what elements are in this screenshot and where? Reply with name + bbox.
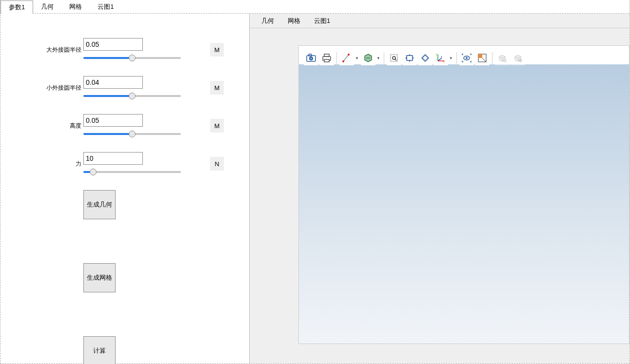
svg-point-2 [310,57,312,59]
tab-contour1[interactable]: 云图1 [90,0,121,13]
param-row-force: 力 N [44,152,230,175]
svg-line-20 [438,58,442,61]
svg-text:y: y [436,53,437,56]
viewer-area: ▼ ▼ [298,45,630,344]
svg-point-28 [503,59,506,62]
inner-radius-input[interactable] [83,76,143,89]
compute-button[interactable]: 计算 [83,336,116,364]
force-slider[interactable] [83,168,181,175]
svg-rect-15 [407,56,413,60]
param-label: 高度 [44,122,83,130]
svg-point-25 [466,57,468,59]
inner-radius-slider[interactable] [83,92,181,99]
chevron-down-icon[interactable]: ▼ [448,56,454,60]
svg-line-7 [343,55,349,61]
viewer-tab-mesh[interactable]: 网格 [281,15,307,27]
cube-light-icon[interactable] [495,51,510,65]
print-icon[interactable] [319,51,334,65]
viewer-tab-contour1[interactable]: 云图1 [307,15,337,27]
chevron-down-icon[interactable]: ▼ [375,56,381,60]
svg-point-8 [342,60,344,62]
param-row-height: 高度 M [44,114,230,137]
svg-text:z: z [441,55,442,58]
tab-params1[interactable]: 参数1 [0,0,33,14]
unit-label: M [210,43,224,57]
viewer-tab-geometry[interactable]: 几何 [255,15,281,27]
force-input[interactable] [83,152,143,165]
param-row-inner-radius: 小外接圆半径 M [44,76,230,99]
generate-mesh-button[interactable]: 生成网格 [83,263,116,292]
line-tool-icon[interactable] [339,51,354,65]
param-label: 小外接圆半径 [44,84,83,92]
zoom-select-icon[interactable] [387,51,401,65]
svg-text:x: x [443,60,445,63]
top-tab-bar: 参数1 几何 网格 云图1 [0,0,630,14]
outer-radius-input[interactable] [83,38,143,51]
viewer-canvas[interactable] [299,64,629,344]
wireframe-toggle-icon[interactable] [475,51,490,65]
viewer-panel: 几何 网格 云图1 ▼ [249,14,630,364]
hexagon-icon[interactable] [361,51,375,65]
param-label: 大外接圆半径 [44,46,83,54]
svg-rect-3 [309,54,312,56]
tab-geometry[interactable]: 几何 [33,0,61,13]
axis-xyz-icon[interactable]: yxz [433,51,448,65]
unit-label: N [210,157,224,171]
viewer-tab-bar: 几何 网格 云图1 [250,14,630,28]
svg-rect-5 [324,54,329,57]
unit-label: M [210,81,224,95]
parameter-panel: 大外接圆半径 M 小外接圆半径 [0,14,249,364]
eye-view-icon[interactable] [459,51,474,65]
svg-rect-27 [478,54,482,58]
chevron-down-icon[interactable]: ▼ [354,56,360,60]
zoom-extents-icon[interactable] [418,51,433,65]
generate-geometry-button[interactable]: 生成几何 [83,190,116,219]
svg-rect-6 [324,59,329,62]
tab-mesh[interactable]: 网格 [61,0,90,13]
viewer-toolbar: ▼ ▼ [304,51,525,65]
unit-label: M [210,119,224,133]
height-input[interactable] [83,114,143,127]
pan-icon[interactable] [402,51,417,65]
height-slider[interactable] [83,130,181,137]
camera-icon[interactable] [304,51,318,65]
cube-shadow-icon[interactable] [511,51,525,65]
param-row-outer-radius: 大外接圆半径 M [44,38,230,61]
param-label: 力 [44,160,83,168]
svg-point-9 [348,54,350,56]
svg-point-29 [519,59,522,62]
svg-line-14 [395,59,396,60]
outer-radius-slider[interactable] [83,54,181,61]
